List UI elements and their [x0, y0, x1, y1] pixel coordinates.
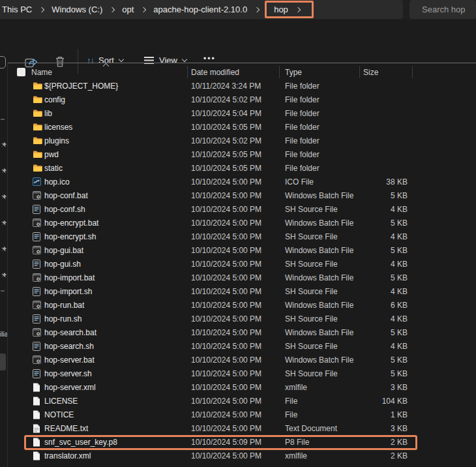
- file-type: Text Document: [285, 424, 337, 433]
- file-name: hop-search.sh: [44, 342, 94, 351]
- folder-row[interactable]: lib10/10/2024 5:04 PMFile folder: [8, 107, 476, 121]
- file-row[interactable]: hop-conf.bat10/10/2024 5:00 PMWindows Ba…: [8, 189, 476, 203]
- file-name: hop-encrypt.bat: [44, 218, 98, 228]
- file-row[interactable]: NOTICE10/10/2024 5:00 PMFile1 KB: [8, 408, 476, 422]
- more-options-button[interactable]: •••: [203, 54, 216, 63]
- breadcrumb-item[interactable]: opt: [118, 5, 138, 14]
- txt-icon: [33, 424, 42, 433]
- file-row[interactable]: hop-encrypt.bat10/10/2024 5:00 PMWindows…: [8, 217, 476, 230]
- file-row[interactable]: hop-server.xml10/10/2024 5:00 PMxmlfile3…: [8, 381, 476, 395]
- file-name: hop-import.sh: [44, 287, 92, 296]
- file-row[interactable]: hop-conf.sh10/10/2024 5:00 PMSH Source F…: [8, 203, 476, 217]
- bat-icon: [33, 218, 42, 228]
- column-header-size[interactable]: Size: [363, 68, 378, 77]
- breadcrumb-item[interactable]: Windows (C:): [48, 5, 106, 14]
- file-name: hop-server.sh: [44, 369, 92, 378]
- file-type: SH Source File: [285, 287, 338, 296]
- file-size: 6 KB: [334, 301, 408, 310]
- date-modified: 10/10/2024 5:00 PM: [191, 273, 261, 282]
- pin-icon[interactable]: [1, 139, 7, 145]
- date-modified: 10/10/2024 5:05 PM: [191, 164, 261, 173]
- file-row[interactable]: hop-search.bat10/10/2024 5:00 PMWindows …: [8, 326, 476, 340]
- file-name: hop-encrypt.sh: [44, 232, 96, 241]
- chevron-right-icon: [39, 7, 44, 12]
- file-size: 2 KB: [334, 438, 408, 447]
- column-divider[interactable]: [359, 66, 360, 78]
- pin-icon[interactable]: [1, 217, 7, 224]
- search-input[interactable]: [409, 0, 476, 19]
- sh-icon: [33, 287, 42, 296]
- column-header-name[interactable]: Name: [31, 68, 52, 77]
- folder-icon: [33, 82, 42, 91]
- file-row[interactable]: hop-run.sh10/10/2024 5:00 PMSH Source Fi…: [8, 312, 476, 326]
- breadcrumb-item[interactable]: apache-hop-client-2.10.0: [149, 5, 251, 14]
- date-modified: 10/10/2024 5:00 PM: [191, 246, 261, 255]
- file-name: hop-gui.bat: [44, 246, 83, 255]
- file-row[interactable]: snf_svc_user_key.p810/10/2024 5:09 PMP8 …: [8, 436, 476, 449]
- file-row[interactable]: hop-import.bat10/10/2024 5:00 PMWindows …: [8, 271, 476, 285]
- date-modified: 10/10/2024 5:00 PM: [191, 177, 261, 187]
- nav-selected-item-fragment[interactable]: [0, 354, 6, 370]
- select-all-checkbox[interactable]: [17, 68, 25, 76]
- column-divider[interactable]: [279, 66, 280, 78]
- address-bar: This PCWindows (C:)optapache-hop-client-…: [0, 0, 476, 20]
- breadcrumb-item[interactable]: This PC: [0, 5, 36, 14]
- page-icon: [33, 383, 42, 392]
- file-type: File: [285, 397, 297, 406]
- file-row[interactable]: hop-server.sh10/10/2024 5:00 PMSH Source…: [8, 367, 476, 381]
- file-size: 5 KB: [334, 246, 408, 255]
- bat-icon: [33, 328, 42, 337]
- file-size: 4 KB: [334, 232, 408, 241]
- column-header-type[interactable]: Type: [285, 68, 302, 77]
- date-modified: 10/10/2024 5:00 PM: [191, 260, 261, 269]
- bat-icon: [33, 355, 42, 365]
- clipped-toolbar-icon[interactable]: [0, 56, 6, 68]
- file-name: hop-search.bat: [44, 328, 97, 337]
- pin-icon[interactable]: [1, 243, 7, 250]
- column-header-date-modified[interactable]: Date modified: [191, 68, 239, 77]
- file-row[interactable]: hop-run.bat10/10/2024 5:00 PMWindows Bat…: [8, 299, 476, 312]
- file-row[interactable]: hop-import.sh10/10/2024 5:00 PMSH Source…: [8, 285, 476, 299]
- folder-row[interactable]: static10/10/2024 5:05 PMFile folder: [8, 162, 476, 175]
- file-type: File folder: [285, 136, 320, 145]
- file-type: SH Source File: [285, 342, 338, 351]
- date-modified: 10/10/2024 5:05 PM: [191, 150, 261, 159]
- file-row[interactable]: hop-gui.bat10/10/2024 5:00 PMWindows Bat…: [8, 244, 476, 258]
- breadcrumb-item[interactable]: hop: [272, 5, 292, 14]
- column-divider[interactable]: [187, 66, 188, 78]
- chevron-right-icon: [254, 7, 260, 12]
- file-name: static: [44, 164, 63, 173]
- nav-item-partial-label[interactable]: ilia: [0, 331, 7, 338]
- file-name: README.txt: [44, 424, 88, 433]
- file-row[interactable]: hop-encrypt.sh10/10/2024 5:00 PMSH Sourc…: [8, 230, 476, 244]
- page-icon: [33, 410, 42, 419]
- folder-row[interactable]: pwd10/10/2024 5:05 PMFile folder: [8, 148, 476, 162]
- file-row[interactable]: hop-gui.sh10/10/2024 5:00 PMSH Source Fi…: [8, 258, 476, 271]
- file-type: SH Source File: [285, 314, 338, 324]
- file-row[interactable]: hop-server.bat10/10/2024 5:00 PMWindows …: [8, 354, 476, 367]
- folder-icon: [33, 123, 42, 132]
- sh-icon: [33, 205, 42, 214]
- date-modified: 10/10/2024 5:05 PM: [191, 123, 261, 132]
- file-size: 5 KB: [334, 273, 408, 282]
- pin-icon[interactable]: [1, 165, 7, 172]
- bat-icon: [33, 191, 42, 200]
- folder-icon: [33, 150, 42, 159]
- folder-row[interactable]: config10/10/2024 5:02 PMFile folder: [8, 93, 476, 107]
- file-row[interactable]: README.txt10/10/2024 5:00 PMText Documen…: [8, 422, 476, 436]
- folder-row[interactable]: licenses10/10/2024 5:05 PMFile folder: [8, 121, 476, 134]
- file-name: licenses: [44, 123, 72, 132]
- column-divider[interactable]: [412, 66, 413, 78]
- folder-row[interactable]: ${PROJECT_HOME}10/11/2024 3:24 PMFile fo…: [8, 80, 476, 93]
- pin-icon[interactable]: [1, 191, 7, 198]
- file-row[interactable]: hop.ico10/10/2024 5:00 PMICO File38 KB: [8, 175, 476, 189]
- file-row[interactable]: hop-search.sh10/10/2024 5:00 PMSH Source…: [8, 340, 476, 354]
- folder-row[interactable]: plugins10/10/2024 5:02 PMFile folder: [8, 134, 476, 148]
- file-row[interactable]: translator.xml10/10/2024 5:00 PMxmlfile2…: [8, 449, 476, 463]
- date-modified: 10/10/2024 5:00 PM: [191, 205, 261, 214]
- file-row[interactable]: LICENSE10/10/2024 5:00 PMFile104 KB: [8, 395, 476, 408]
- folder-icon: [33, 109, 42, 118]
- file-type: File folder: [285, 150, 320, 159]
- pin-icon[interactable]: [1, 269, 7, 276]
- toolbar: ↑↓ Sort View •••: [0, 20, 476, 63]
